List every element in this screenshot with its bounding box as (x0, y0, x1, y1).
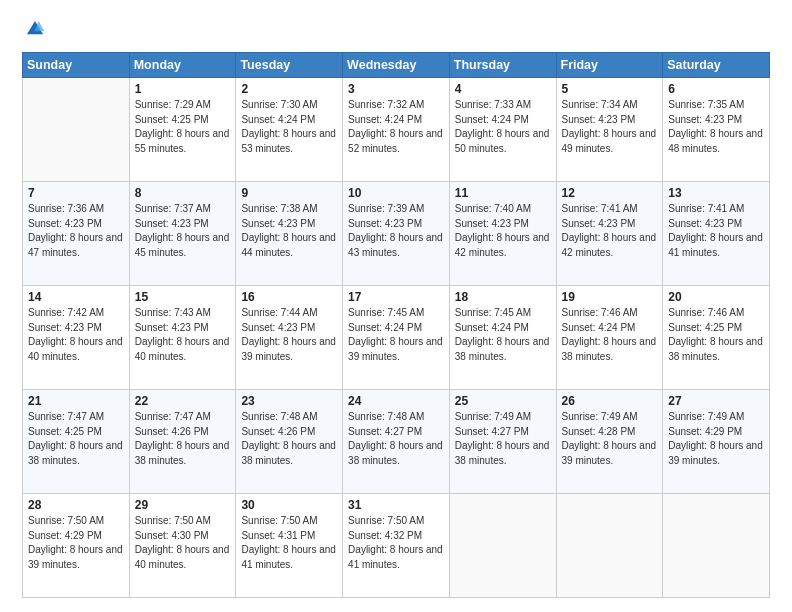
day-number: 5 (562, 82, 658, 96)
calendar-cell: 1 Sunrise: 7:29 AMSunset: 4:25 PMDayligh… (129, 78, 236, 182)
day-info: Sunrise: 7:36 AMSunset: 4:23 PMDaylight:… (28, 202, 124, 260)
day-number: 10 (348, 186, 444, 200)
week-row-4: 21 Sunrise: 7:47 AMSunset: 4:25 PMDaylig… (23, 390, 770, 494)
weekday-header-saturday: Saturday (663, 53, 770, 78)
day-info: Sunrise: 7:45 AMSunset: 4:24 PMDaylight:… (348, 306, 444, 364)
day-number: 23 (241, 394, 337, 408)
day-number: 22 (135, 394, 231, 408)
calendar-cell: 2 Sunrise: 7:30 AMSunset: 4:24 PMDayligh… (236, 78, 343, 182)
day-number: 20 (668, 290, 764, 304)
weekday-header-tuesday: Tuesday (236, 53, 343, 78)
calendar-cell: 20 Sunrise: 7:46 AMSunset: 4:25 PMDaylig… (663, 286, 770, 390)
day-number: 2 (241, 82, 337, 96)
day-info: Sunrise: 7:35 AMSunset: 4:23 PMDaylight:… (668, 98, 764, 156)
day-info: Sunrise: 7:33 AMSunset: 4:24 PMDaylight:… (455, 98, 551, 156)
day-number: 18 (455, 290, 551, 304)
day-info: Sunrise: 7:30 AMSunset: 4:24 PMDaylight:… (241, 98, 337, 156)
day-number: 16 (241, 290, 337, 304)
day-number: 17 (348, 290, 444, 304)
weekday-header-friday: Friday (556, 53, 663, 78)
day-info: Sunrise: 7:47 AMSunset: 4:26 PMDaylight:… (135, 410, 231, 468)
day-info: Sunrise: 7:34 AMSunset: 4:23 PMDaylight:… (562, 98, 658, 156)
day-info: Sunrise: 7:41 AMSunset: 4:23 PMDaylight:… (668, 202, 764, 260)
page: SundayMondayTuesdayWednesdayThursdayFrid… (0, 0, 792, 612)
weekday-header-monday: Monday (129, 53, 236, 78)
calendar-cell: 3 Sunrise: 7:32 AMSunset: 4:24 PMDayligh… (343, 78, 450, 182)
week-row-2: 7 Sunrise: 7:36 AMSunset: 4:23 PMDayligh… (23, 182, 770, 286)
day-info: Sunrise: 7:49 AMSunset: 4:28 PMDaylight:… (562, 410, 658, 468)
day-number: 6 (668, 82, 764, 96)
calendar-cell: 21 Sunrise: 7:47 AMSunset: 4:25 PMDaylig… (23, 390, 130, 494)
day-info: Sunrise: 7:41 AMSunset: 4:23 PMDaylight:… (562, 202, 658, 260)
calendar-cell: 30 Sunrise: 7:50 AMSunset: 4:31 PMDaylig… (236, 494, 343, 598)
header (22, 18, 770, 44)
day-info: Sunrise: 7:47 AMSunset: 4:25 PMDaylight:… (28, 410, 124, 468)
day-info: Sunrise: 7:49 AMSunset: 4:29 PMDaylight:… (668, 410, 764, 468)
week-row-5: 28 Sunrise: 7:50 AMSunset: 4:29 PMDaylig… (23, 494, 770, 598)
day-number: 29 (135, 498, 231, 512)
calendar-cell: 11 Sunrise: 7:40 AMSunset: 4:23 PMDaylig… (449, 182, 556, 286)
calendar-cell: 31 Sunrise: 7:50 AMSunset: 4:32 PMDaylig… (343, 494, 450, 598)
calendar-cell (449, 494, 556, 598)
weekday-header-row: SundayMondayTuesdayWednesdayThursdayFrid… (23, 53, 770, 78)
calendar-table: SundayMondayTuesdayWednesdayThursdayFrid… (22, 52, 770, 598)
week-row-3: 14 Sunrise: 7:42 AMSunset: 4:23 PMDaylig… (23, 286, 770, 390)
day-number: 8 (135, 186, 231, 200)
day-number: 11 (455, 186, 551, 200)
day-number: 26 (562, 394, 658, 408)
calendar-cell: 16 Sunrise: 7:44 AMSunset: 4:23 PMDaylig… (236, 286, 343, 390)
day-number: 7 (28, 186, 124, 200)
calendar-cell: 23 Sunrise: 7:48 AMSunset: 4:26 PMDaylig… (236, 390, 343, 494)
day-number: 12 (562, 186, 658, 200)
week-row-1: 1 Sunrise: 7:29 AMSunset: 4:25 PMDayligh… (23, 78, 770, 182)
weekday-header-sunday: Sunday (23, 53, 130, 78)
day-info: Sunrise: 7:50 AMSunset: 4:30 PMDaylight:… (135, 514, 231, 572)
day-info: Sunrise: 7:42 AMSunset: 4:23 PMDaylight:… (28, 306, 124, 364)
calendar-cell (23, 78, 130, 182)
calendar-cell (556, 494, 663, 598)
day-info: Sunrise: 7:49 AMSunset: 4:27 PMDaylight:… (455, 410, 551, 468)
calendar-cell: 29 Sunrise: 7:50 AMSunset: 4:30 PMDaylig… (129, 494, 236, 598)
day-number: 4 (455, 82, 551, 96)
calendar-cell: 10 Sunrise: 7:39 AMSunset: 4:23 PMDaylig… (343, 182, 450, 286)
calendar-cell: 12 Sunrise: 7:41 AMSunset: 4:23 PMDaylig… (556, 182, 663, 286)
day-info: Sunrise: 7:48 AMSunset: 4:27 PMDaylight:… (348, 410, 444, 468)
day-number: 19 (562, 290, 658, 304)
day-info: Sunrise: 7:44 AMSunset: 4:23 PMDaylight:… (241, 306, 337, 364)
day-info: Sunrise: 7:50 AMSunset: 4:32 PMDaylight:… (348, 514, 444, 572)
day-number: 13 (668, 186, 764, 200)
calendar-cell: 25 Sunrise: 7:49 AMSunset: 4:27 PMDaylig… (449, 390, 556, 494)
day-number: 27 (668, 394, 764, 408)
calendar-cell: 7 Sunrise: 7:36 AMSunset: 4:23 PMDayligh… (23, 182, 130, 286)
day-info: Sunrise: 7:46 AMSunset: 4:24 PMDaylight:… (562, 306, 658, 364)
calendar-cell (663, 494, 770, 598)
day-info: Sunrise: 7:38 AMSunset: 4:23 PMDaylight:… (241, 202, 337, 260)
day-number: 3 (348, 82, 444, 96)
calendar-cell: 9 Sunrise: 7:38 AMSunset: 4:23 PMDayligh… (236, 182, 343, 286)
day-number: 1 (135, 82, 231, 96)
day-number: 25 (455, 394, 551, 408)
calendar-cell: 8 Sunrise: 7:37 AMSunset: 4:23 PMDayligh… (129, 182, 236, 286)
weekday-header-wednesday: Wednesday (343, 53, 450, 78)
day-number: 9 (241, 186, 337, 200)
day-info: Sunrise: 7:50 AMSunset: 4:29 PMDaylight:… (28, 514, 124, 572)
weekday-header-thursday: Thursday (449, 53, 556, 78)
calendar-cell: 17 Sunrise: 7:45 AMSunset: 4:24 PMDaylig… (343, 286, 450, 390)
calendar-cell: 28 Sunrise: 7:50 AMSunset: 4:29 PMDaylig… (23, 494, 130, 598)
logo-icon (24, 18, 46, 40)
calendar-cell: 15 Sunrise: 7:43 AMSunset: 4:23 PMDaylig… (129, 286, 236, 390)
day-info: Sunrise: 7:29 AMSunset: 4:25 PMDaylight:… (135, 98, 231, 156)
day-info: Sunrise: 7:48 AMSunset: 4:26 PMDaylight:… (241, 410, 337, 468)
day-info: Sunrise: 7:45 AMSunset: 4:24 PMDaylight:… (455, 306, 551, 364)
calendar-cell: 14 Sunrise: 7:42 AMSunset: 4:23 PMDaylig… (23, 286, 130, 390)
day-number: 21 (28, 394, 124, 408)
calendar-cell: 22 Sunrise: 7:47 AMSunset: 4:26 PMDaylig… (129, 390, 236, 494)
calendar-cell: 24 Sunrise: 7:48 AMSunset: 4:27 PMDaylig… (343, 390, 450, 494)
day-number: 24 (348, 394, 444, 408)
day-info: Sunrise: 7:37 AMSunset: 4:23 PMDaylight:… (135, 202, 231, 260)
day-info: Sunrise: 7:50 AMSunset: 4:31 PMDaylight:… (241, 514, 337, 572)
day-info: Sunrise: 7:46 AMSunset: 4:25 PMDaylight:… (668, 306, 764, 364)
day-info: Sunrise: 7:32 AMSunset: 4:24 PMDaylight:… (348, 98, 444, 156)
calendar-cell: 18 Sunrise: 7:45 AMSunset: 4:24 PMDaylig… (449, 286, 556, 390)
calendar-cell: 13 Sunrise: 7:41 AMSunset: 4:23 PMDaylig… (663, 182, 770, 286)
